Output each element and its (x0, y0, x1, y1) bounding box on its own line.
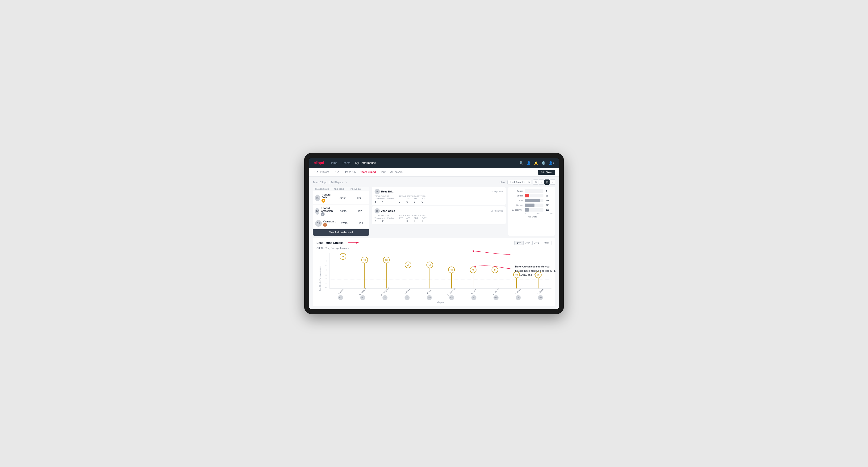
player-label-britt: R. Britt (427, 289, 432, 294)
add-team-button[interactable]: Add Team (538, 170, 555, 175)
player-avatar-mcherg: BM (360, 295, 365, 300)
show-label: Show (500, 181, 505, 184)
player-cards: RB Rees Britt 02 Sep 2023 Total Rounds T… (372, 187, 506, 236)
nav-my-performance[interactable]: My Performance (355, 161, 376, 165)
player-name-2: Edward Crossman (321, 207, 335, 212)
bar-row-pars: Pars 499 (510, 199, 553, 202)
streak-col-maher: 4x (484, 253, 506, 288)
tab-tour[interactable]: Tour (380, 170, 385, 174)
streak-line-butler (516, 278, 517, 288)
streak-bubble-coles: 5x (405, 261, 411, 268)
streak-col-ebert: 7x (332, 253, 354, 288)
pc-name-rees: RB Rees Britt (375, 189, 394, 194)
bar-track-dbogeys (525, 208, 544, 212)
filter-putt-btn[interactable]: PUTT (542, 241, 552, 245)
search-icon[interactable]: 🔍 (519, 161, 523, 165)
streaks-wrapper: Best Round Streaks OTT (313, 238, 555, 306)
filter-app-btn[interactable]: APP (523, 241, 532, 245)
practice-sub-rees: OTTAPPARGPUTT (399, 198, 427, 200)
tab-hcaps[interactable]: Hcaps 1-5 (344, 170, 356, 174)
practice-sub-josh: OTTAPPARGPUTT (399, 217, 427, 219)
leaderboard-panel: PLAYER NAME PB SCORE PB AVG SQ RB Richar… (313, 187, 369, 236)
pc-date-josh: 26 Aug 2023 (491, 210, 503, 212)
bar-track-bogeys (525, 204, 544, 207)
avatar-3: CA (315, 220, 322, 227)
tablet-screen: clippd Home Teams My Performance 🔍 👤 🔔 ⚙… (309, 158, 559, 309)
practice-group-josh: Total Practice Activities OTTAPPARGPUTT … (399, 214, 427, 222)
bar-fill-bogeys (525, 204, 534, 207)
y-tick-6: 6 (326, 260, 327, 262)
player-avatar-ford: DF (471, 295, 476, 300)
tab-pgat-players[interactable]: PGAT Players (313, 170, 329, 174)
streaks-title: Best Round Streaks (316, 241, 343, 245)
player-name-3: Cameron... (323, 220, 336, 223)
tab-all-players[interactable]: All Players (390, 170, 403, 174)
bar-track-eagles (525, 189, 544, 193)
bar-label-dbogeys: D. Bogeys + (510, 209, 523, 211)
y-tick-1: 1 (326, 282, 327, 284)
bar-label-pars: Pars (510, 199, 523, 201)
filter-ott-btn[interactable]: OTT (515, 241, 523, 245)
user-avatar-icon[interactable]: 👤▾ (549, 161, 554, 165)
streak-line-mcherg (365, 263, 365, 288)
player-avatar-billingham: DB (382, 295, 388, 300)
y-axis-label: Best Streak, Fairway Accuracy (319, 266, 321, 291)
tab-pga[interactable]: PGA (334, 170, 339, 174)
period-select[interactable]: Last 3 months (507, 180, 531, 184)
pc-date-rees: 02 Sep 2023 (491, 190, 503, 193)
bar-fill-dbogeys (525, 208, 529, 212)
player-label-quick: C. Quick (537, 288, 544, 295)
bell-icon[interactable]: 🔔 (534, 161, 538, 165)
edit-icon[interactable]: ✎ (345, 181, 347, 184)
rank-badge-1: 1 (321, 199, 325, 203)
player-avatar-coles: JC (404, 295, 410, 300)
streak-line-ebert (343, 260, 343, 288)
nav-teams[interactable]: Teams (342, 161, 350, 165)
card-view-btn[interactable]: ▤ (545, 180, 550, 185)
practice-vals-rees: 0 0 0 0 (399, 200, 427, 203)
bar-chart: Eagles 3 Birdies 96 (510, 189, 553, 212)
lb-avg-2: 107 (351, 210, 368, 213)
y-tick-2: 2 (326, 278, 327, 280)
player-avatar-ebert: EE (338, 295, 343, 300)
team-header: Team Clippd | 14 Players ✎ Show Last 3 m… (313, 180, 555, 185)
player-name-col-quick: C. Quick CQ (529, 290, 552, 300)
player-name-1: Richard Butler (321, 193, 334, 199)
person-icon[interactable]: 👤 (527, 161, 531, 165)
chart-footer: Total Shots (510, 216, 553, 218)
lb-row-2: EC Edward Crossman 2 18/20 107 (313, 205, 369, 218)
bar-count-bogeys: 311 (546, 204, 553, 206)
y-tick-0: 0 (326, 286, 327, 288)
streak-line-ford (473, 273, 473, 288)
player-label-maher: M. Maher (493, 288, 500, 295)
player-name-col-ebert: E. Ebert EE (330, 290, 352, 300)
lb-header: PLAYER NAME PB SCORE PB AVG SQ (313, 187, 369, 191)
view-full-leaderboard-btn[interactable]: View Full Leaderboard (313, 229, 369, 236)
player-label-mcherg: B. McHerg (359, 288, 367, 295)
main-content: Team Clippd | 14 Players ✎ Show Last 3 m… (309, 177, 559, 309)
lb-score-2: 18/20 (335, 210, 351, 213)
streak-subtitle: Off The Tee, Fairway Accuracy (316, 247, 552, 250)
player-name-col-crossman: E. Crossman EC (440, 290, 463, 300)
player-label-ebert: E. Ebert (338, 288, 344, 295)
tabs-bar: PGAT Players PGA Hcaps 1-5 Team Clippd T… (309, 168, 559, 177)
filter-arg-btn[interactable]: ARG (532, 241, 541, 245)
lb-score-1: 19/20 (334, 196, 350, 199)
player-info-2: EC Edward Crossman 2 (315, 207, 335, 216)
player-label-butler: R. Butler (515, 288, 522, 295)
streak-bubble-ford: 4x (470, 267, 476, 273)
tab-team-clippd[interactable]: Team Clippd (361, 170, 376, 174)
streak-line-maher (495, 273, 495, 288)
rounds-vals-josh: 7 2 (375, 220, 394, 222)
nav-home[interactable]: Home (330, 161, 337, 165)
y-tick-5: 5 (326, 264, 327, 267)
tablet-frame: clippd Home Teams My Performance 🔍 👤 🔔 ⚙… (304, 153, 564, 314)
list-view-btn[interactable]: ≡ (539, 180, 544, 185)
bar-fill-birdies (525, 194, 529, 197)
streak-col-ford: 4x (462, 253, 484, 288)
streak-bubble-maher: 4x (492, 267, 498, 273)
settings-icon[interactable]: ⚙️ (541, 161, 545, 165)
streak-col-britt: 5x (419, 253, 441, 288)
export-btn[interactable]: ↑ (550, 180, 555, 185)
grid-view-btn[interactable]: ⊞ (533, 180, 538, 185)
